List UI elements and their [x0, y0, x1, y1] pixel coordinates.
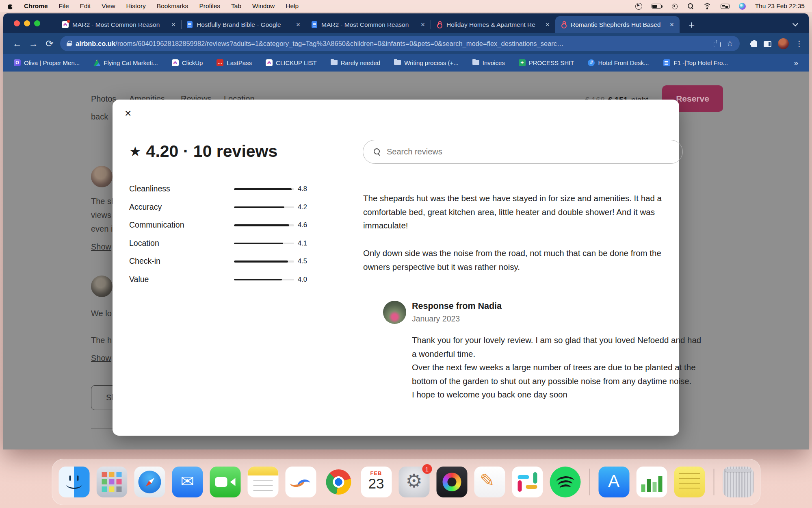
- spotlight-icon[interactable]: [687, 3, 694, 9]
- mail-icon[interactable]: [172, 467, 203, 497]
- tab-search-chevron-icon[interactable]: [793, 21, 798, 26]
- bookmark-lastpass[interactable]: ...LastPass: [217, 59, 252, 66]
- review-paragraph: The shepards hut was the best we have st…: [363, 191, 676, 232]
- show-more-link[interactable]: Show: [91, 242, 111, 252]
- lock-icon[interactable]: [67, 41, 71, 46]
- bookmark-oliva[interactable]: OOliva | Proper Men...: [14, 59, 80, 66]
- address-bar[interactable]: airbnb.co.uk/rooms/604019628182859982/re…: [60, 36, 740, 51]
- share-icon[interactable]: [714, 40, 720, 47]
- siri-icon[interactable]: [739, 3, 746, 10]
- tab-close-icon[interactable]: ×: [295, 21, 301, 29]
- menu-bookmarks[interactable]: Bookmarks: [157, 2, 188, 10]
- trash-icon[interactable]: [723, 467, 754, 497]
- clickup-icon: [266, 59, 273, 66]
- launchpad-icon[interactable]: [96, 467, 127, 497]
- macos-menu-bar: Chrome File Edit View History Bookmarks …: [0, 0, 812, 12]
- menu-app-name[interactable]: Chrome: [24, 2, 48, 10]
- bookmark-clickup[interactable]: ClickUp: [172, 59, 203, 66]
- control-center-icon[interactable]: [721, 4, 730, 9]
- bookmark-process-shit[interactable]: +PROCESS SHIT: [519, 59, 574, 66]
- numbers-icon[interactable]: [636, 467, 667, 497]
- bookmark-clickup-list[interactable]: CLICKUP LIST: [266, 59, 317, 66]
- close-window-button[interactable]: [14, 20, 20, 26]
- safari-icon[interactable]: [134, 467, 165, 497]
- menu-window[interactable]: Window: [252, 2, 275, 10]
- tab-mar2-2[interactable]: MAR2 - Most Common Reason ×: [306, 16, 431, 33]
- airbnb-favicon: [436, 21, 443, 28]
- menu-bar-clock[interactable]: Thu 23 Feb 22:35: [755, 2, 805, 10]
- chrome-menu-icon[interactable]: ⋮: [795, 39, 803, 48]
- bookmark-hotel-front-desk[interactable]: llHotel Front Desk...: [588, 59, 649, 66]
- menu-view[interactable]: View: [102, 2, 115, 10]
- bookmark-writing-process[interactable]: Writing process (+...: [394, 59, 459, 67]
- star-icon: ★: [129, 143, 141, 159]
- zoom-window-button[interactable]: [34, 20, 40, 26]
- bookmark-invoices[interactable]: Invoices: [472, 59, 505, 67]
- freeform-icon[interactable]: [285, 467, 316, 497]
- rating-row-cleanliness: Cleanliness 4.8: [113, 180, 340, 198]
- chrome-icon[interactable]: [323, 467, 354, 497]
- search-reviews-input[interactable]: [387, 147, 678, 156]
- tab-mar2-1[interactable]: MAR2 - Most Common Reason ×: [57, 16, 181, 33]
- menu-help[interactable]: Help: [286, 2, 299, 10]
- menu-edit[interactable]: Edit: [80, 2, 91, 10]
- system-settings-icon[interactable]: 1: [398, 467, 429, 497]
- window-controls: [14, 20, 40, 26]
- photo-booth-icon[interactable]: [436, 467, 467, 497]
- battery-icon[interactable]: [652, 4, 661, 9]
- profile-avatar[interactable]: [778, 38, 789, 49]
- finder-icon[interactable]: [58, 467, 89, 497]
- notes-icon[interactable]: [247, 467, 278, 497]
- pages-icon[interactable]: [474, 467, 505, 497]
- rating-row-accuracy: Accuracy 4.2: [113, 198, 340, 217]
- stickies-icon[interactable]: [674, 467, 705, 497]
- bookmarks-overflow-chevron[interactable]: »: [794, 59, 798, 67]
- tab-holiday-homes[interactable]: Holiday Homes & Apartment Re ×: [431, 16, 555, 33]
- menu-history[interactable]: History: [126, 2, 146, 10]
- reload-button[interactable]: ⟳: [41, 38, 58, 49]
- nav-photos[interactable]: Photos: [91, 94, 116, 104]
- wifi-icon[interactable]: [703, 3, 711, 9]
- search-icon: [374, 148, 381, 156]
- apple-logo-icon[interactable]: [7, 3, 13, 9]
- tab-romantic-shepherds-hut[interactable]: Romantic Shepherds Hut Based ×: [555, 16, 680, 33]
- rating-row-location: Location 4.1: [113, 234, 340, 253]
- folder-icon: [394, 60, 401, 67]
- tab-hostfully-brand-bible[interactable]: Hostfully Brand Bible - Google ×: [182, 16, 306, 33]
- search-reviews-box[interactable]: [363, 140, 683, 164]
- rating-bar: [234, 279, 294, 281]
- facetime-icon[interactable]: [210, 467, 240, 497]
- tab-close-icon[interactable]: ×: [420, 21, 426, 29]
- airdrop-icon[interactable]: [671, 2, 678, 10]
- minimize-window-button[interactable]: [24, 20, 30, 26]
- menu-tab[interactable]: Tab: [231, 2, 241, 10]
- notification-badge: 1: [422, 464, 432, 474]
- bookmark-f1-top-hotel[interactable]: F1 -[Top Hotel Fro...: [663, 59, 728, 66]
- side-panel-icon[interactable]: [764, 41, 771, 47]
- rating-bar: [234, 261, 294, 263]
- menu-file[interactable]: File: [59, 2, 69, 10]
- calendar-icon[interactable]: FEB 23: [361, 467, 392, 497]
- menu-profiles[interactable]: Profiles: [199, 2, 220, 10]
- media-play-icon[interactable]: [635, 3, 642, 10]
- bookmark-rarely-needed[interactable]: Rarely needed: [331, 59, 381, 67]
- extensions-icon[interactable]: [751, 41, 757, 47]
- tab-close-icon[interactable]: ×: [669, 21, 675, 29]
- bookmark-flying-cat[interactable]: Flying Cat Marketi...: [93, 59, 158, 66]
- new-tab-button[interactable]: +: [689, 20, 695, 30]
- hotel-site-icon: ll: [588, 59, 595, 66]
- close-icon[interactable]: ×: [125, 108, 131, 119]
- back-button[interactable]: ←: [9, 38, 25, 49]
- spotify-icon[interactable]: [550, 467, 580, 497]
- response-date: January 2023: [412, 314, 502, 323]
- app-store-icon[interactable]: A: [598, 467, 629, 497]
- bookmark-star-icon[interactable]: ☆: [727, 39, 733, 48]
- bg-text-back: back: [91, 112, 108, 122]
- tab-close-icon[interactable]: ×: [545, 21, 550, 29]
- rating-bar: [234, 243, 294, 245]
- show-more-link[interactable]: Show: [91, 354, 111, 363]
- tab-close-icon[interactable]: ×: [171, 21, 176, 29]
- forward-button[interactable]: →: [25, 38, 41, 49]
- slack-icon[interactable]: [512, 467, 543, 497]
- url-text: airbnb.co.uk/rooms/604019628182859982/re…: [76, 40, 707, 48]
